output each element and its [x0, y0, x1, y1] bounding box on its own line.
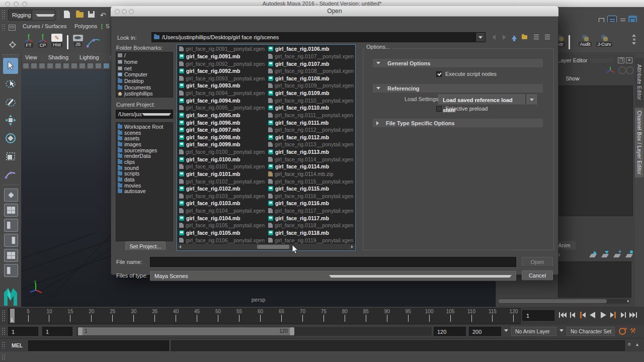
viewport-tool-icon[interactable]	[96, 63, 101, 68]
file-item[interactable]: girl_face_rig.0113__ponytail.xgen	[267, 141, 356, 148]
execute-script-nodes-checkbox[interactable]	[436, 71, 442, 77]
file-item[interactable]: girl_face_rig.0101__ponytail.xgen	[178, 163, 267, 170]
file-item[interactable]: girl_face_rig.0109__ponytail.xgen	[267, 82, 356, 89]
step-back-frame-button[interactable]	[569, 311, 577, 319]
file-item[interactable]: girl_face_rig.0112__ponytail.xgen	[267, 126, 356, 134]
range-slider-bar[interactable]: 1 120	[78, 327, 294, 335]
toolbar-drag-handle[interactable]	[2, 10, 6, 20]
selective-preload-checkbox[interactable]	[436, 106, 442, 112]
playback-end-field[interactable]: 120	[434, 327, 466, 336]
horizontal-scrollbar[interactable]	[499, 299, 630, 304]
shelf-item-hist[interactable]: ✎ Hist	[49, 34, 64, 51]
section-file-type-specific-options[interactable]: File Type Specific Options	[373, 119, 543, 127]
current-project-dropdown[interactable]: /Users/justinphilli	[116, 110, 173, 119]
file-item[interactable]: girl_face_rig.0097.mb	[178, 126, 267, 134]
restore-panel-icon[interactable]: ❐	[618, 57, 624, 63]
file-item[interactable]: girl_face_rig.0107.mb	[267, 60, 356, 67]
viewport-tool-icon[interactable]	[47, 63, 53, 68]
scrollbar-thumb[interactable]	[499, 299, 607, 303]
chevron-down-icon[interactable]	[559, 329, 564, 332]
up-directory-icon[interactable]	[510, 33, 518, 41]
channel-box-list[interactable]	[558, 85, 633, 216]
layer-menu-show[interactable]: Show	[566, 75, 580, 81]
section-referencing[interactable]: Referencing	[373, 84, 543, 93]
project-folder-item[interactable]: renderData	[116, 153, 173, 159]
viewport-tool-icon[interactable]	[31, 63, 37, 68]
curve-tool-icon[interactable]	[87, 36, 101, 48]
layer-list[interactable]	[558, 261, 631, 298]
file-item[interactable]: girl_face_rig.0114.mb.zip	[267, 170, 356, 178]
command-line-drag-handle[interactable]	[2, 341, 6, 348]
timeline-ruler[interactable]: 1 5 10 15	[8, 308, 521, 324]
forward-icon[interactable]	[500, 33, 508, 41]
file-item[interactable]: girl_face_rig.0103.mb	[178, 200, 267, 207]
shelf-tab-partial[interactable]: S	[106, 23, 109, 29]
file-item[interactable]: girl_face_rig.0099.mb	[178, 141, 267, 148]
undo-icon[interactable]: ↶	[100, 11, 109, 19]
file-item[interactable]: girl_face_rig.0117__ponytail.xgen	[267, 207, 356, 215]
file-item[interactable]: girl_face_rig.0114.mb	[267, 163, 356, 170]
rotate-tool[interactable]	[3, 130, 18, 146]
project-folder-item[interactable]: scenes	[116, 130, 173, 136]
move-tool[interactable]	[3, 112, 18, 128]
file-item[interactable]: girl_face_rig.0116__ponytail.xgen	[267, 193, 356, 200]
look-in-combo[interactable]: /Users/justinphillips/Desktop/girl face …	[151, 32, 486, 42]
file-item[interactable]: girl_face_rig.0110.mb	[267, 104, 356, 112]
animation-start-field[interactable]: 1	[8, 327, 38, 336]
menu-shading[interactable]: Shading	[48, 54, 68, 60]
auto-keyframe-icon[interactable]: +	[618, 326, 627, 336]
project-folder-item[interactable]: sourceimages	[116, 147, 173, 153]
file-item[interactable]: girl_face_rig.0095.mb	[178, 112, 267, 119]
viewport-tool-icon[interactable]	[63, 63, 69, 68]
lasso-select-tool[interactable]	[3, 76, 18, 92]
bookmark-item[interactable]: net	[116, 65, 173, 71]
shelf-item-jcurv[interactable]: J-Curv	[595, 34, 614, 51]
viewport-tool-icon[interactable]	[55, 63, 61, 68]
file-item[interactable]: girl_face_rig.0108.mb	[267, 75, 356, 82]
project-folder-item[interactable]: movies	[116, 183, 173, 189]
step-forward-frame-button[interactable]	[619, 311, 627, 319]
layout-custom-button[interactable]	[4, 264, 18, 277]
file-item[interactable]: girl_face_rig.0109.mb	[267, 89, 356, 97]
file-item[interactable]: girl_face_rig.0108__ponytail.xgen	[267, 67, 356, 75]
file-item[interactable]: girl_face_rig.0098.mb	[178, 134, 267, 141]
viewport-tool-icon[interactable]	[79, 63, 85, 68]
shelf-item-audit[interactable]: Audit	[577, 34, 594, 51]
chevron-down-icon[interactable]	[504, 329, 508, 332]
bookmark-item[interactable]: justinphillips	[116, 90, 173, 97]
project-folder-item[interactable]: data	[116, 176, 173, 183]
scroll-right-icon[interactable]	[351, 245, 353, 248]
step-forward-key-button[interactable]	[609, 311, 617, 319]
project-folder-item[interactable]: images	[116, 141, 173, 147]
character-set-dropdown[interactable]: No Character Set	[567, 327, 615, 336]
panel-drag-handle[interactable]	[590, 58, 613, 62]
gear-icon[interactable]	[9, 41, 16, 48]
move-layer-down-icon[interactable]	[601, 251, 609, 257]
project-folder-item[interactable]: clips	[116, 159, 173, 165]
scrollbar-thumb[interactable]	[257, 245, 289, 249]
file-item[interactable]: girl_face_rig.0103__ponytail.xgen	[178, 193, 267, 200]
file-item[interactable]: girl_face_rig.0112.mb	[267, 134, 356, 141]
file-list[interactable]: girl_face_rig.0091__ponytail.xgen girl_f…	[177, 44, 356, 251]
go-to-start-button[interactable]	[558, 311, 567, 319]
section-general-options[interactable]: General Options	[373, 59, 543, 67]
project-folder-item[interactable]: sound	[116, 165, 173, 171]
back-icon[interactable]	[490, 33, 498, 41]
file-item[interactable]: girl_face_rig.0092.mb	[178, 67, 267, 75]
scale-tool[interactable]	[3, 148, 18, 164]
close-icon[interactable]	[115, 9, 120, 14]
viewport-tool-icon[interactable]	[88, 63, 93, 68]
file-item[interactable]: girl_face_rig.0096.mb	[178, 119, 267, 126]
file-item[interactable]: girl_face_rig.0118.mb	[267, 229, 356, 237]
range-drag-handle[interactable]	[2, 327, 6, 335]
new-layer-selected-icon[interactable]	[625, 251, 633, 257]
menu-set-dropdown[interactable]: Rigging	[8, 10, 55, 21]
bookmark-item[interactable]: Documents	[116, 84, 173, 90]
dialog-titlebar[interactable]: Open	[111, 6, 558, 17]
anim-layer-dropdown[interactable]: No Anim Layer	[511, 327, 556, 336]
file-item[interactable]: girl_face_rig.0113.mb	[267, 148, 356, 156]
file-item[interactable]: girl_face_rig.0091__ponytail.xgen	[178, 45, 267, 53]
rgb-axis-icon[interactable]	[606, 65, 615, 73]
new-scene-icon[interactable]	[64, 11, 72, 19]
scroll-down-icon[interactable]	[632, 42, 636, 45]
